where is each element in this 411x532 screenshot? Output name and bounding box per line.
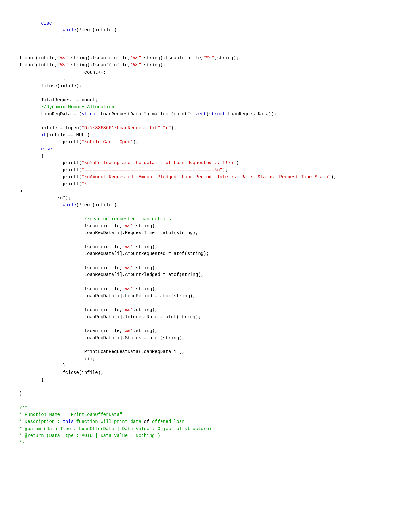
keyword-while-2: while <box>63 202 76 208</box>
str-5: "%s" <box>130 63 141 68</box>
keyword-else-2: else <box>41 146 52 152</box>
str-11: "%s" <box>122 328 133 333</box>
str-1: "%s" <box>57 55 68 61</box>
comment-return: * @return (Data Ttpe : VOID | Data Value… <box>19 433 160 438</box>
comment-param: * @param (Data Ttpe : LoanOfferData | Da… <box>19 426 212 431</box>
str-following: "\n\nFollowing are the details of Loan R… <box>82 160 236 165</box>
divider-line: n---------------------------------------… <box>19 188 236 193</box>
comment-dynamic-memory: //Dynamic Memory Allocation <box>41 104 114 110</box>
keyword-while-1: while <box>63 27 76 33</box>
str-2: "%s" <box>130 55 141 61</box>
comment-block-end: */ <box>19 440 25 445</box>
str-9: "%s" <box>122 286 133 291</box>
str-6: "%s" <box>122 223 133 229</box>
text-of: of <box>144 419 149 424</box>
comment-description: * Description : this function will print… <box>19 419 185 424</box>
str-separator: "=======================================… <box>82 167 222 172</box>
keyword-sizeof: sizeof <box>190 112 206 117</box>
keyword-else: else <box>41 21 52 26</box>
str-mode-r: "r" <box>163 125 171 131</box>
keyword-this-inline: this <box>63 419 73 424</box>
comment-block-start: /** <box>19 405 27 410</box>
str-file-error: "\nFile Can't Open" <box>82 139 133 144</box>
str-8: "%s" <box>122 265 133 271</box>
code-editor: else while(!feof(infile)) { fscanf(infil… <box>19 13 392 447</box>
divider-line-2: --------------\n" <box>19 195 65 201</box>
str-path: "D:\\886866\\LoanRequest.txt" <box>82 125 160 131</box>
keyword-struct-1: struct <box>82 112 98 117</box>
str-divider: "\ <box>82 182 87 187</box>
str-3: "%s" <box>203 55 214 61</box>
comment-reading: //reading requested loan details <box>84 216 171 222</box>
keyword-if: if <box>41 133 46 138</box>
keyword-struct-2: struct <box>209 112 225 117</box>
str-4: "%s" <box>57 63 68 68</box>
str-10: "%s" <box>122 307 133 312</box>
comment-function-name: * Function Name : "PrintLoanOfferData" <box>19 412 122 417</box>
str-header: "\nAmount_Requested Amount_Pledged Loan_… <box>82 174 331 180</box>
str-7: "%s" <box>122 244 133 250</box>
